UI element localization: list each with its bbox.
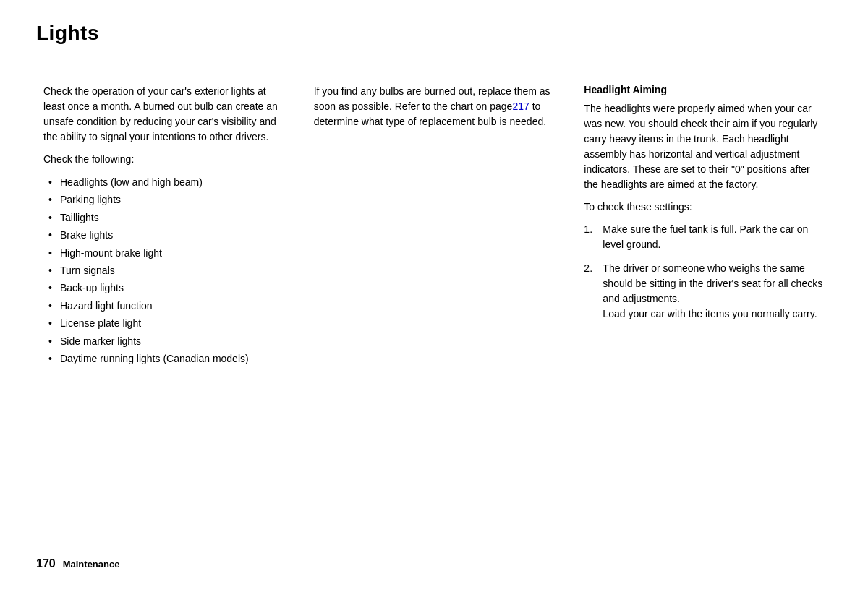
list-item: High-mount brake light xyxy=(47,245,284,261)
bullet-list: Headlights (low and high beam) Parking l… xyxy=(43,174,284,366)
list-item: Parking lights xyxy=(47,192,284,207)
footer-section-label: Maintenance xyxy=(63,559,120,570)
left-intro-paragraph-2: Check the following: xyxy=(43,152,284,167)
page-container: Lights Check the operation of your car's… xyxy=(0,0,868,592)
list-item: Brake lights xyxy=(47,227,284,243)
page-link[interactable]: 217 xyxy=(512,100,529,112)
list-item: Side marker lights xyxy=(47,333,284,349)
list-item: License plate light xyxy=(47,315,284,331)
list-item: 2. The driver or someone who weighs the … xyxy=(584,261,825,322)
content-area: Check the operation of your car's exteri… xyxy=(36,73,832,543)
title-divider xyxy=(36,51,832,51)
list-item: Headlights (low and high beam) xyxy=(47,174,284,190)
middle-paragraph: If you find any bulbs are burned out, re… xyxy=(314,84,555,129)
footer: 170 Maintenance xyxy=(36,543,832,570)
list-item: Daytime running lights (Canadian models) xyxy=(47,351,284,366)
left-intro-paragraph-1: Check the operation of your car's exteri… xyxy=(43,84,284,145)
list-item: Turn signals xyxy=(47,262,284,278)
headlight-aiming-heading: Headlight Aiming xyxy=(584,84,825,95)
column-middle: If you find any bulbs are burned out, re… xyxy=(299,73,570,543)
right-intro-paragraph: The headlights were properly aimed when … xyxy=(584,101,825,192)
column-right: Headlight Aiming The headlights were pro… xyxy=(569,73,832,543)
footer-page-number: 170 xyxy=(36,557,56,570)
list-item: Hazard light function xyxy=(47,298,284,314)
list-item: 1. Make sure the fuel tank is full. Park… xyxy=(584,222,825,252)
step-1-num: 1. xyxy=(584,222,597,252)
step-2-num: 2. xyxy=(584,261,597,322)
column-left: Check the operation of your car's exteri… xyxy=(36,73,299,543)
list-item: Taillights xyxy=(47,210,284,226)
page-title: Lights xyxy=(36,22,832,45)
step-2-text: The driver or someone who weighs the sam… xyxy=(603,261,825,322)
steps-list: 1. Make sure the fuel tank is full. Park… xyxy=(584,222,825,322)
list-item: Back-up lights xyxy=(47,280,284,296)
step-1-text: Make sure the fuel tank is full. Park th… xyxy=(603,222,825,252)
check-settings-label: To check these settings: xyxy=(584,200,825,215)
